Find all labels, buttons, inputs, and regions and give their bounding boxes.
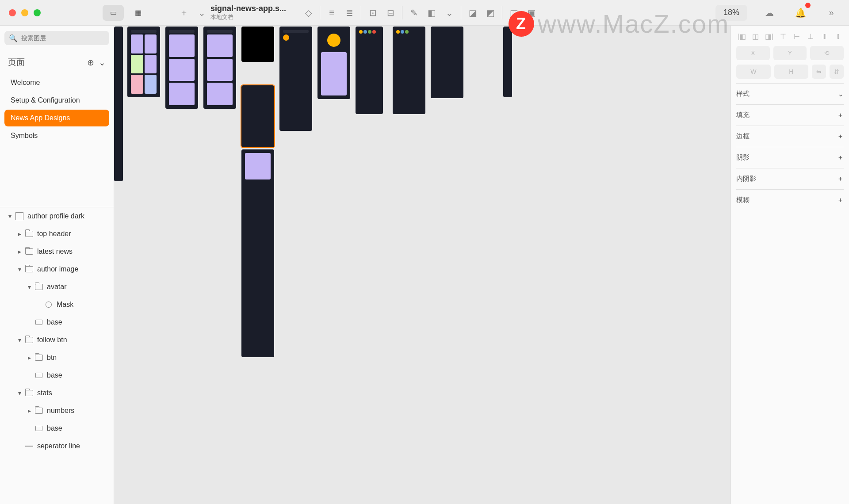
style-section[interactable]: 样式 ⌄ (736, 83, 844, 104)
angle-field[interactable]: ⟲ (810, 46, 844, 60)
watermark-badge: Z (509, 11, 534, 37)
insert-dropdown[interactable]: ⌄ (193, 4, 210, 22)
inspector-section[interactable]: 内阴影＋ (736, 168, 844, 189)
insert-button[interactable]: ＋ (175, 4, 193, 22)
layer-row[interactable]: ▾stats (0, 384, 114, 402)
pages-chevron-icon[interactable]: ⌄ (99, 57, 106, 68)
folder-icon (24, 248, 34, 255)
layer-label: Mask (57, 301, 73, 309)
inspector-section[interactable]: 边框＋ (736, 126, 844, 147)
layer-row[interactable]: ▸top header (0, 225, 114, 243)
page-item[interactable]: News App Designs (4, 110, 109, 126)
inspector-section[interactable]: 模糊＋ (736, 189, 844, 210)
flip-h-icon[interactable]: ⇋ (812, 65, 826, 79)
y-field[interactable]: Y (773, 46, 807, 60)
circle-icon (43, 302, 54, 308)
page-item[interactable]: Setup & Configuration (4, 92, 109, 109)
add-icon[interactable]: ＋ (837, 132, 844, 141)
chevron-icon[interactable]: ▸ (25, 407, 34, 414)
artboard-icon (14, 212, 25, 220)
layer-label: author image (37, 265, 78, 273)
layer-row[interactable]: ▾author profile dark (0, 207, 114, 225)
search-input[interactable] (21, 34, 105, 42)
layer-row[interactable]: ▸latest news (0, 243, 114, 260)
chevron-icon[interactable]: ▾ (15, 389, 24, 397)
layer-label: stats (37, 389, 52, 397)
ungroup-tool[interactable]: ⊟ (382, 4, 399, 22)
layer-label: base (47, 424, 62, 432)
layer-search[interactable]: 🔍 (4, 31, 109, 45)
distribute-h-icon[interactable]: ⫼ (819, 31, 830, 42)
section-label: 填充 (736, 111, 750, 119)
style-chevron-icon[interactable]: ⌄ (838, 90, 844, 98)
page-item[interactable]: Welcome (4, 74, 109, 91)
layer-row[interactable]: base (0, 367, 114, 384)
flip-v-icon[interactable]: ⇵ (830, 65, 844, 79)
align-right-icon[interactable]: ◨| (764, 31, 775, 42)
layer-row[interactable]: base (0, 313, 114, 331)
vector-dropdown[interactable]: ⌄ (440, 4, 458, 22)
grid-view-button[interactable]: ▦ (127, 5, 149, 21)
canvas[interactable] (114, 26, 730, 504)
symbol-tool[interactable]: ◇ (299, 4, 317, 22)
expand-icon[interactable]: » (822, 4, 840, 22)
minimize-window[interactable] (21, 9, 28, 16)
page-item[interactable]: Symbols (4, 127, 109, 144)
layer-row[interactable]: ▸btn (0, 349, 114, 367)
watermark: Z www.MacZ.com (509, 9, 729, 38)
add-page-icon[interactable]: ⊕ (87, 57, 94, 68)
layer-row[interactable]: ▾follow btn (0, 331, 114, 349)
inspector-section[interactable]: 阴影＋ (736, 147, 844, 168)
document-title: signal-news-app.s... 本地文档 (210, 4, 286, 21)
section-label: 阴影 (736, 153, 750, 162)
align-middle-icon[interactable]: ⊢ (792, 31, 802, 42)
canvas-view-button[interactable]: ▭ (103, 5, 124, 21)
chevron-icon[interactable]: ▾ (25, 283, 34, 290)
layer-row[interactable]: base (0, 420, 114, 437)
maximize-window[interactable] (34, 9, 41, 16)
page-list: WelcomeSetup & ConfigurationNews App Des… (0, 74, 114, 145)
add-icon[interactable]: ＋ (837, 111, 844, 119)
layer-row[interactable]: seperator line (0, 437, 114, 455)
align-left-icon[interactable]: |◧ (736, 31, 747, 42)
chevron-icon[interactable]: ▾ (5, 213, 14, 220)
add-icon[interactable]: ＋ (837, 175, 844, 183)
add-icon[interactable]: ＋ (837, 153, 844, 162)
layer-row[interactable]: ▸numbers (0, 402, 114, 420)
inspector-section[interactable]: 填充＋ (736, 104, 844, 126)
chevron-icon[interactable]: ▸ (15, 248, 24, 255)
align-tool-2[interactable]: ≣ (340, 4, 358, 22)
layer-row[interactable]: ▾author image (0, 260, 114, 278)
distribute-v-icon[interactable]: ⫿ (833, 31, 844, 42)
style-label: 样式 (736, 90, 750, 98)
pages-label: 页面 (8, 57, 25, 68)
layer-label: base (47, 318, 62, 326)
w-field[interactable]: W (736, 65, 771, 79)
vector-tool[interactable]: ◧ (423, 4, 440, 22)
cloud-icon[interactable]: ☁ (761, 4, 778, 22)
align-bottom-icon[interactable]: ⊥ (805, 31, 816, 42)
bool-tool-1[interactable]: ◪ (464, 4, 482, 22)
chevron-icon[interactable]: ▸ (15, 230, 24, 237)
align-center-h-icon[interactable]: ◫ (750, 31, 761, 42)
edit-tool[interactable]: ✎ (405, 4, 423, 22)
group-tool[interactable]: ⊡ (364, 4, 382, 22)
close-window[interactable] (9, 9, 16, 16)
folder-icon (34, 284, 44, 290)
layer-row[interactable]: Mask (0, 296, 114, 313)
add-icon[interactable]: ＋ (837, 196, 844, 204)
chevron-icon[interactable]: ▾ (15, 266, 24, 273)
section-label: 模糊 (736, 196, 750, 204)
align-tool-1[interactable]: ≡ (323, 4, 340, 22)
chevron-icon[interactable]: ▸ (25, 354, 34, 361)
layer-row[interactable]: ▾avatar (0, 278, 114, 296)
align-top-icon[interactable]: ⊤ (778, 31, 788, 42)
h-field[interactable]: H (774, 65, 809, 79)
folder-icon (24, 231, 34, 237)
rect-icon (34, 320, 44, 325)
x-field[interactable]: X (736, 46, 770, 60)
bool-tool-2[interactable]: ◩ (482, 4, 499, 22)
chevron-icon[interactable]: ▾ (15, 336, 24, 344)
layer-label: top header (37, 230, 71, 238)
pages-header: 页面 ⊕ ⌄ (0, 50, 114, 74)
